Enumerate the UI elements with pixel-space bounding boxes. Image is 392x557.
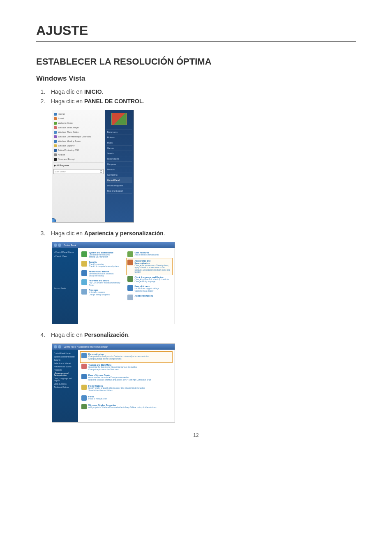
user-picture-icon: [111, 113, 127, 125]
start-menu-item[interactable]: NoteOn: [53, 153, 104, 157]
category-subtext: Uninstall a programChange startup progra…: [89, 291, 110, 296]
step-text: .: [143, 98, 145, 104]
start-menu-right-item[interactable]: Search: [106, 151, 132, 156]
category-icon: [127, 276, 133, 282]
sidebar-item[interactable]: Security: [54, 358, 76, 362]
start-menu-right-item[interactable]: Control Panel: [106, 178, 132, 183]
start-menu-item[interactable]: Windows Live Messenger Download: [53, 135, 104, 139]
page-title: AJUSTE: [36, 23, 356, 42]
category-subtext: View network status and tasksSet up file…: [89, 273, 113, 277]
sidebar-item[interactable]: System and Maintenance: [54, 355, 76, 358]
appearance-section[interactable]: Folder Options Specify single- or double…: [81, 383, 172, 394]
sidebar-item[interactable]: Additional Options: [54, 385, 76, 389]
category-item[interactable]: Clock, Language, and Region Change keybo…: [127, 275, 173, 284]
sidebar-item[interactable]: Hardware and Sound: [54, 365, 76, 368]
step-1: Haga clic en INICIO.: [47, 88, 356, 96]
start-menu-right-item[interactable]: Connect To: [106, 172, 132, 178]
app-icon: [54, 153, 57, 156]
step-text: .: [128, 332, 130, 338]
sidebar-item[interactable]: Programs: [54, 368, 76, 371]
sidebar-item[interactable]: Clock, Language, and Region: [54, 377, 76, 382]
start-menu-item-label: Windows Photo Gallery: [58, 131, 79, 134]
start-menu-right-item[interactable]: Games: [106, 146, 132, 151]
start-menu-right-item[interactable]: Help and Support: [106, 188, 132, 194]
start-menu-right-item[interactable]: Computer: [106, 162, 132, 167]
start-menu-item[interactable]: Windows Photo Gallery: [53, 130, 104, 135]
section-icon: [81, 385, 87, 390]
category-item[interactable]: User Accounts Add or remove user account…: [127, 250, 173, 258]
sidebar-item[interactable]: • Classic View: [54, 254, 76, 258]
category-item[interactable]: Programs Uninstall a programChange start…: [81, 288, 127, 297]
start-menu-item-label: Windows Explorer: [58, 145, 74, 147]
category-icon: [81, 261, 87, 267]
start-menu-right-item[interactable]: [106, 127, 132, 130]
appearance-section[interactable]: Fonts Install or remove a font: [81, 394, 172, 403]
start-menu-right-item[interactable]: Music: [106, 140, 132, 146]
start-menu-right-item[interactable]: Default Programs: [106, 183, 132, 188]
start-menu-item[interactable]: Windows Explorer: [53, 144, 104, 148]
start-menu-item[interactable]: Command Prompt: [53, 157, 104, 162]
start-menu-right-item[interactable]: Documents: [106, 130, 132, 135]
appearance-section[interactable]: Personalization Change desktop backgroun…: [81, 352, 172, 362]
sidebar-item[interactable]: Control Panel Home: [54, 352, 76, 355]
step-text: Haga clic en: [51, 88, 84, 95]
screenshot-control-panel: Control Panel • Control Panel Home• Clas…: [52, 242, 175, 324]
category-icon: [127, 251, 133, 257]
category-subtext: Change keyboards or other input methodsC…: [135, 278, 169, 283]
forward-button-icon[interactable]: [58, 244, 61, 247]
forward-button-icon[interactable]: [58, 345, 61, 348]
sidebar-item[interactable]: Ease of Access: [54, 382, 76, 385]
category-subtext: Play CDs or other media automaticallyPri…: [89, 282, 120, 286]
sidebar-item[interactable]: Network and Internet: [54, 362, 76, 365]
section-subtext: Customize the Start menu • Customize ico…: [88, 366, 137, 371]
category-item[interactable]: Appearance andPersonalization Change the…: [127, 258, 173, 275]
search-input[interactable]: Start Search: [53, 169, 104, 174]
breadcrumb[interactable]: Control Panel: [64, 244, 76, 246]
category-item[interactable]: System and Maintenance Get started with …: [81, 250, 127, 260]
start-menu-item[interactable]: Adobe Photoshop CS2: [53, 148, 104, 153]
app-icon: [54, 149, 57, 152]
start-menu-item[interactable]: Welcome Center: [53, 121, 104, 125]
category-item[interactable]: Hardware and Sound Play CDs or other med…: [81, 278, 127, 288]
step-text: Haga clic en: [51, 98, 84, 104]
search-placeholder: Start Search: [55, 170, 66, 173]
start-menu-right-item[interactable]: Recent Items: [106, 156, 132, 162]
app-icon: [54, 113, 57, 116]
breadcrumb[interactable]: Control Panel > Appearance and Personali…: [64, 346, 108, 348]
search-icon: [100, 170, 102, 173]
category-icon: [81, 251, 87, 257]
start-menu-right-pane: DocumentsPicturesMusicGamesSearchRecent …: [105, 110, 134, 222]
category-icon: [81, 270, 87, 276]
appearance-section[interactable]: Ease of Access Center Accommodate low vi…: [81, 373, 172, 383]
step-text: Haga clic en: [51, 230, 84, 237]
step-4: Haga clic en Personalización.: [47, 331, 356, 339]
step-bold: Apariencia y personalización: [84, 230, 164, 237]
start-menu-item-label: E-mail: [58, 118, 64, 120]
section-icon: [81, 374, 87, 379]
sidebar-item[interactable]: • Appearance and Personalization: [54, 371, 76, 377]
app-icon: [54, 117, 57, 120]
section-heading: ESTABLECER LA RESOLUCIÓN ÓPTIMA: [36, 56, 356, 67]
sidebar-item[interactable]: • Control Panel Home: [54, 250, 76, 254]
start-menu-right-item[interactable]: Network: [106, 167, 132, 172]
start-menu-item[interactable]: E-mail: [53, 116, 104, 121]
category-item[interactable]: Ease of Access Let Windows suggest setti…: [127, 284, 173, 293]
back-button-icon[interactable]: [54, 244, 57, 247]
section-subtext: Add gadgets to Sidebar • Choose whether …: [88, 406, 156, 409]
step-3: Haga clic en Apariencia y personalizació…: [47, 229, 356, 238]
start-menu-item[interactable]: Internet: [53, 112, 104, 116]
category-item[interactable]: Security Check for updatesCheck this com…: [81, 260, 127, 269]
all-programs[interactable]: ▶ All Programs: [53, 162, 104, 168]
start-menu-item[interactable]: Windows Meeting Space: [53, 139, 104, 144]
category-item[interactable]: Network and Internet View network status…: [81, 269, 127, 278]
step-bold: PANEL DE CONTROL: [84, 98, 143, 104]
category-icon: [127, 260, 133, 265]
section-subtext: Accommodate low vision • Change screen r…: [88, 376, 151, 381]
appearance-section[interactable]: Taskbar and Start Menu Customize the Sta…: [81, 362, 172, 373]
appearance-section[interactable]: Windows Sidebar Properties Add gadgets t…: [81, 403, 172, 411]
category-item[interactable]: Additional Options: [127, 293, 173, 302]
start-menu-item[interactable]: Windows Media Player: [53, 125, 104, 130]
section-icon: [81, 395, 87, 401]
start-menu-right-item[interactable]: Pictures: [106, 135, 132, 140]
back-button-icon[interactable]: [54, 345, 57, 348]
